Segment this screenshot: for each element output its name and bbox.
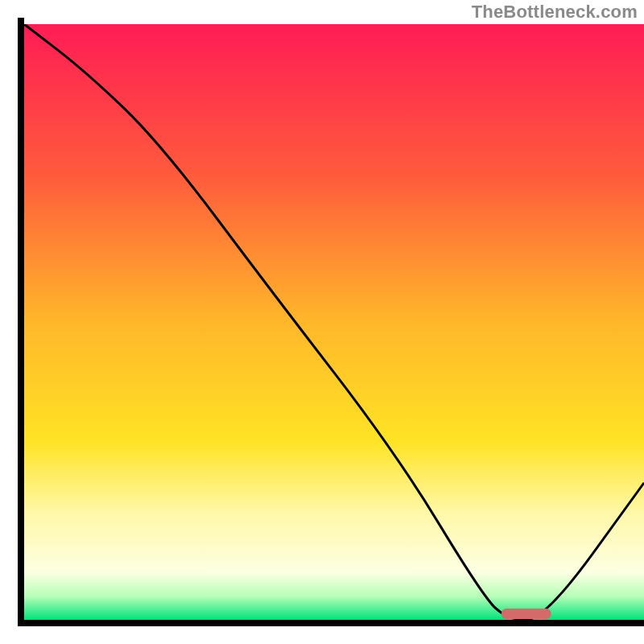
x-axis	[18, 620, 644, 626]
watermark-text: TheBottleneck.com	[472, 2, 638, 23]
gradient-background	[24, 24, 644, 620]
chart-container: { "watermark": "TheBottleneck.com", "cha…	[0, 0, 644, 644]
optimal-range-marker	[502, 609, 551, 619]
bottleneck-chart	[0, 0, 644, 644]
y-axis	[18, 18, 24, 626]
